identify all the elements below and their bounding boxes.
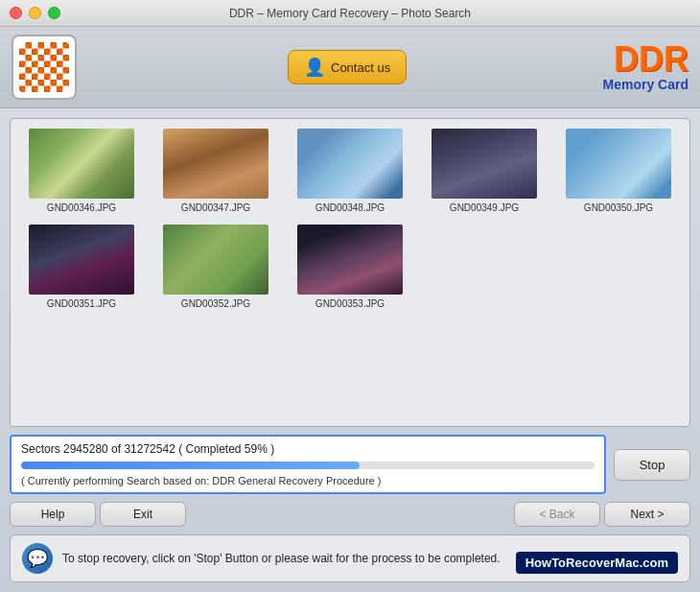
progress-sectors-text: Sectors 2945280 of 31272542 ( Completed …: [21, 442, 595, 456]
photo-item[interactable]: GND00350.JPG: [557, 129, 680, 213]
photo-filename: GND00347.JPG: [181, 202, 250, 213]
progress-area: Sectors 2945280 of 31272542 ( Completed …: [10, 435, 690, 494]
info-text: To stop recovery, click on 'Stop' Button…: [62, 552, 501, 565]
photo-filename: GND00350.JPG: [584, 202, 653, 213]
contact-button[interactable]: 👤 Contact us: [288, 50, 407, 84]
brand: DDR Memory Card: [603, 42, 688, 92]
help-button[interactable]: Help: [10, 502, 96, 527]
logo-icon: [19, 42, 69, 92]
photo-thumbnail: [29, 129, 134, 199]
photo-item[interactable]: GND00348.JPG: [289, 129, 411, 213]
photo-filename: GND00353.JPG: [315, 298, 385, 309]
main-window: 👤 Contact us DDR Memory Card GND00346.JP…: [0, 27, 700, 592]
photo-item[interactable]: GND00351.JPG: [20, 225, 143, 309]
photo-grid: GND00346.JPGGND00347.JPGGND00348.JPGGND0…: [20, 129, 680, 309]
photo-filename: GND00349.JPG: [450, 202, 519, 213]
website-badge: HowToRecoverMac.com: [516, 552, 678, 574]
photo-item[interactable]: GND00352.JPG: [154, 225, 277, 309]
photo-thumbnail: [163, 225, 268, 295]
back-button[interactable]: < Back: [514, 502, 600, 527]
photo-item[interactable]: GND00349.JPG: [423, 129, 546, 213]
photo-filename: GND00352.JPG: [181, 298, 250, 309]
brand-sub-text: Memory Card: [603, 77, 688, 92]
next-button[interactable]: Next >: [604, 502, 690, 527]
contact-icon: 👤: [304, 57, 325, 78]
photo-grid-container[interactable]: GND00346.JPGGND00347.JPGGND00348.JPGGND0…: [10, 118, 690, 427]
photo-thumbnail: [432, 129, 537, 199]
content-area: GND00346.JPGGND00347.JPGGND00348.JPGGND0…: [0, 108, 700, 592]
minimize-button[interactable]: [29, 7, 41, 19]
photo-item[interactable]: GND00347.JPG: [154, 129, 277, 213]
photo-filename: GND00346.JPG: [47, 202, 116, 213]
titlebar-buttons: [10, 7, 60, 19]
photo-thumbnail: [297, 129, 403, 199]
photo-filename: GND00351.JPG: [47, 298, 116, 309]
photo-item[interactable]: GND00353.JPG: [289, 225, 411, 309]
stop-button[interactable]: Stop: [614, 449, 690, 481]
photo-thumbnail: [163, 129, 268, 199]
window-title: DDR – Memory Card Recovery – Photo Searc…: [229, 7, 471, 20]
progress-box: Sectors 2945280 of 31272542 ( Completed …: [10, 435, 606, 494]
photo-filename: GND00348.JPG: [315, 202, 385, 213]
close-button[interactable]: [10, 7, 22, 19]
info-bar: 💬 To stop recovery, click on 'Stop' Butt…: [10, 534, 690, 582]
progress-bar-container: [21, 462, 595, 469]
bottom-nav: Help Exit < Back Next >: [10, 502, 690, 527]
photo-item[interactable]: GND00346.JPG: [20, 129, 143, 213]
progress-status-text: ( Currently performing Search based on: …: [21, 475, 595, 486]
photo-thumbnail: [297, 225, 403, 295]
contact-label: Contact us: [331, 60, 390, 75]
brand-ddr-text: DDR: [603, 42, 688, 77]
logo-box: [12, 35, 77, 100]
photo-thumbnail: [566, 129, 671, 199]
photo-thumbnail: [29, 225, 134, 295]
maximize-button[interactable]: [48, 7, 60, 19]
titlebar: DDR – Memory Card Recovery – Photo Searc…: [0, 0, 700, 27]
progress-bar-fill: [21, 462, 360, 469]
info-icon: 💬: [22, 543, 53, 574]
header: 👤 Contact us DDR Memory Card: [0, 27, 700, 108]
exit-button[interactable]: Exit: [100, 502, 186, 527]
